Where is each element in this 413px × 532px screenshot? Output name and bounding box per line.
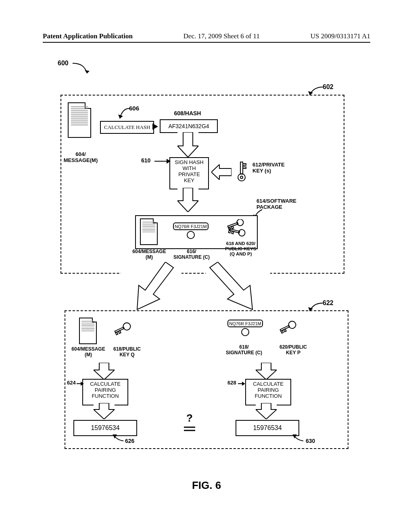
header-publication: Patent Application Publication: [43, 32, 133, 40]
arrow-right-pairing: [256, 363, 277, 380]
arrow-left-output: [94, 403, 115, 419]
message-icon-in-package: [140, 218, 158, 245]
svg-marker-6: [167, 159, 171, 164]
arrow-hash-to-sign: [177, 132, 198, 157]
public-key-q-icon: [114, 322, 134, 339]
signature-value-616: NQ76R F3J21M: [175, 224, 206, 229]
label-618-public-key-q: 618/PUBLIC KEY Q: [108, 347, 146, 358]
box-calculate-hash: CALCULATE HASH: [100, 121, 154, 134]
svg-rect-37: [281, 330, 283, 333]
svg-rect-18: [232, 226, 234, 229]
ref-628-arrow: [238, 381, 245, 386]
label-604-mid: 604/MESSAGE (M): [129, 249, 169, 260]
header-pubnumber: US 2009/0313171 A1: [311, 32, 370, 40]
label-604-bottom: 604/MESSAGE (M): [69, 347, 107, 358]
page-header: Patent Application Publication Dec. 17, …: [43, 32, 370, 43]
svg-rect-22: [232, 231, 234, 234]
value-630: 15976534: [236, 420, 299, 436]
ref-610: 610: [141, 157, 150, 164]
compare-icon: ?: [180, 413, 199, 436]
svg-rect-9: [243, 164, 246, 165]
svg-marker-41: [242, 382, 245, 386]
ref-626: 626: [125, 438, 134, 444]
page: Patent Application Publication Dec. 17, …: [0, 0, 413, 532]
svg-marker-42: [256, 403, 277, 419]
ref-602-arrow: [307, 85, 324, 98]
svg-point-12: [240, 176, 243, 179]
label-612-private-key: 612/PRIVATE KEY (s): [252, 162, 285, 174]
svg-rect-36: [280, 325, 290, 331]
arrow-privatekey-into-sign: [211, 164, 232, 180]
svg-rect-10: [243, 167, 246, 168]
signature-value-618: NQ76R F3J21M: [229, 321, 261, 326]
ref-628: 628: [227, 380, 236, 386]
ref-622-arrow: [307, 301, 324, 314]
svg-rect-38: [284, 329, 286, 332]
label-618-signature-c: 618/ SIGNATURE (C): [222, 345, 266, 356]
message-icon-bottom: [79, 318, 97, 344]
svg-rect-28: [115, 332, 118, 335]
svg-rect-27: [115, 327, 124, 332]
ref-626-arrow: [113, 434, 125, 443]
svg-marker-4: [177, 132, 198, 157]
svg-marker-23: [137, 262, 173, 310]
arrow-right-output: [256, 403, 277, 419]
ref-622: 622: [323, 299, 334, 307]
ref-624-arrow: [77, 381, 84, 386]
svg-point-11: [238, 174, 245, 181]
box-calc-pairing-left: CALCULATE PAIRING FUNCTION: [82, 379, 128, 405]
svg-marker-3: [152, 123, 158, 130]
public-key-p-icon: [279, 321, 299, 337]
private-key-icon: [233, 161, 248, 182]
svg-text:?: ?: [186, 413, 193, 424]
label-618-620-publickeys: 618 AND 620/ PUBLIC KEYS (Q AND P): [219, 241, 263, 257]
label-614-software-package: 614/SOFTWARE PACKAGE: [257, 198, 296, 210]
value-626: 15976534: [73, 420, 137, 436]
svg-marker-13: [177, 188, 198, 212]
box-calc-pairing-right: CALCULATE PAIRING FUNCTION: [245, 379, 291, 405]
ref-600-arrow: [73, 61, 93, 77]
message-icon-top: [68, 102, 91, 138]
box-calculate-hash-text: CALCULATE HASH: [104, 124, 150, 130]
label-608-hash: 608/HASH: [161, 110, 214, 116]
svg-marker-24: [210, 262, 252, 310]
ref-606-arrow: [117, 107, 131, 121]
svg-rect-29: [119, 330, 121, 333]
svg-marker-39: [256, 363, 277, 380]
figure-caption: FIG. 6: [0, 479, 413, 492]
arrow-sign-to-package: [177, 188, 198, 212]
label-620-public-key-p: 620/PUBLIC KEY P: [274, 345, 312, 356]
value-608-hash: AF3241N632G4: [160, 119, 218, 133]
signature-c-bottom: NQ76R F3J21M: [221, 320, 269, 336]
label-616-signature: 616/ SIGNATURE (C): [169, 249, 214, 260]
ref-630-arrow: [293, 434, 305, 443]
signature-c-in-package: NQ76R F3J21M: [169, 222, 213, 239]
public-keys-icon-in-package: [224, 219, 248, 238]
ref-600: 600: [58, 60, 69, 67]
ref-630: 630: [306, 438, 315, 444]
ref-624: 624: [67, 380, 76, 386]
hashbox-to-hashvalue-arrow: [152, 123, 160, 130]
svg-marker-0: [85, 70, 90, 73]
svg-rect-21: [229, 230, 231, 233]
arrow-package-to-right: [206, 262, 270, 310]
ref-602: 602: [323, 83, 334, 91]
arrow-left-pairing: [94, 363, 115, 380]
header-date-sheet: Dec. 17, 2009 Sheet 6 of 11: [184, 32, 260, 40]
svg-marker-33: [94, 403, 115, 419]
svg-marker-7: [211, 164, 232, 180]
arrow-package-to-left: [121, 262, 181, 310]
ref-610-arrow: [154, 158, 171, 164]
box-sign-hash: SIGN HASH WITH PRIVATE KEY: [169, 157, 209, 189]
svg-marker-32: [81, 382, 84, 386]
svg-marker-30: [94, 363, 115, 380]
label-604-top: 604/ MESSAGE(M): [56, 152, 105, 164]
